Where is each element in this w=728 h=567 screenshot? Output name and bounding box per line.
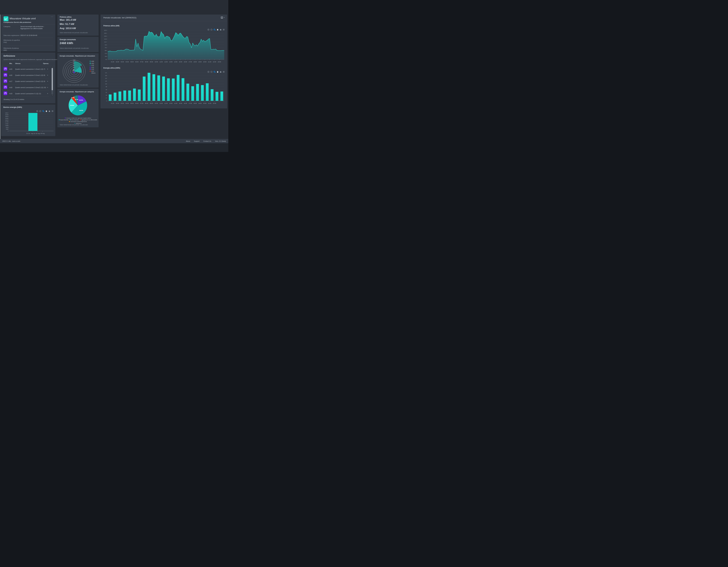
bar[interactable] — [114, 93, 116, 101]
pie-label: 18.3% — [79, 99, 83, 101]
svg-text:06:00: 06:00 — [135, 103, 139, 104]
legend-item[interactable]: m58 — [90, 60, 96, 62]
table-row[interactable]: m16 Quadro servizi Lavorazione 2-Zona1 (… — [3, 72, 49, 78]
meter-id: m19 — [9, 93, 15, 95]
svg-text:4352: 4352 — [6, 129, 8, 130]
svg-text:26110: 26110 — [5, 120, 8, 121]
bar[interactable] — [119, 92, 121, 101]
scroll-up-icon[interactable] — [52, 66, 53, 68]
field-value: Servizi tecnologici alla produzione - Ag… — [20, 25, 53, 32]
scrollbar-thumb[interactable] — [52, 68, 53, 90]
polar-slice[interactable] — [73, 69, 74, 71]
col-header-mis[interactable]: Mis. — [9, 63, 12, 64]
stat-avg: Avg: 103.6 kW — [60, 27, 76, 30]
svg-text:112.7: 112.7 — [104, 41, 107, 43]
bar[interactable] — [182, 78, 184, 101]
svg-text:05:00: 05:00 — [130, 61, 134, 63]
bar[interactable] — [172, 79, 175, 101]
svg-text:16:00: 16:00 — [184, 61, 187, 63]
svg-text:20:00: 20:00 — [203, 103, 206, 104]
col-header-operaz[interactable]: Operaz. — [43, 63, 49, 64]
svg-text:22:00: 22:00 — [213, 103, 216, 104]
divider — [100, 21, 227, 21]
bar[interactable] — [133, 89, 136, 101]
bar[interactable] — [216, 92, 218, 101]
legend-dot — [59, 119, 60, 120]
field-data-inizio: Data inizio registrazioni: 2022-07-10 22… — [3, 33, 53, 38]
bar[interactable] — [148, 73, 150, 101]
meter-id: m16 — [9, 74, 15, 76]
svg-text:21759: 21759 — [5, 121, 9, 123]
svg-text:18:00: 18:00 — [194, 103, 197, 104]
meter-name: Quadro servizi Lavorazione 1-Zona1 (-Q1.… — [15, 68, 46, 70]
bar[interactable] — [177, 75, 180, 101]
svg-text:Aug '22: Aug '22 — [31, 133, 35, 134]
legend-item[interactable]: Acqua industriale — [59, 119, 69, 121]
table-row[interactable]: m18 Quadro servizi Lavorazione 2-Zona2 (… — [3, 84, 49, 91]
svg-text:103: 103 — [105, 83, 107, 85]
legend-label: m36 — [91, 64, 94, 66]
field-value: 2022-07-10 22:00:00+00 — [20, 34, 53, 36]
table-row[interactable]: m17 Quadro servizi Lavorazione 1-Zona2 (… — [3, 78, 49, 84]
meter-operation: + — [46, 80, 49, 82]
svg-text:0: 0 — [8, 130, 9, 132]
col-header-utenza[interactable]: Utenza — [15, 63, 20, 64]
bar[interactable] — [152, 74, 155, 101]
table-row[interactable]: m19 Quadro servizi Lavorazione 3 (-Q1.11… — [3, 91, 49, 97]
meter-card-subtitle: Complessivo Servizi alla produzione — [3, 21, 31, 23]
bar[interactable] — [123, 91, 126, 101]
bar[interactable] — [206, 83, 209, 101]
bar[interactable] — [196, 84, 199, 101]
legend-item[interactable]: m13 — [90, 70, 96, 72]
meter-fields: Categoria: Servizi tecnologici alla prod… — [3, 24, 53, 54]
legend-item[interactable]: m16 — [90, 66, 96, 68]
table-row[interactable]: m15 Quadro servizi Lavorazione 1-Zona1 (… — [3, 66, 49, 72]
table-summary: Showing 1 to 12 of 12 entries — [3, 99, 24, 100]
dashboard: Misuratore Virtuale vm4 ... Complessivo … — [0, 0, 228, 152]
bar[interactable] — [128, 91, 131, 101]
calendar-button[interactable]: ▼ — [221, 16, 225, 19]
storico-bar[interactable] — [28, 113, 37, 131]
bar[interactable] — [109, 95, 112, 101]
scroll-down-icon[interactable] — [52, 94, 53, 96]
meter-operation: + — [46, 86, 49, 89]
legend-item[interactable]: m18 — [90, 68, 96, 70]
svg-text:02:00: 02:00 — [116, 61, 119, 63]
legend-item[interactable]: Consumo a livello di int. generale di qu… — [59, 117, 97, 119]
bar[interactable] — [211, 89, 213, 101]
chevron-down-icon: ▼ — [224, 17, 225, 18]
bar[interactable] — [138, 90, 141, 101]
legend-label: m18 — [91, 68, 94, 70]
legend-label: Others — [91, 72, 96, 74]
legend-item[interactable]: Aria compressa — [70, 119, 79, 121]
bar[interactable] — [162, 77, 165, 101]
footer-link-about[interactable]: About — [186, 140, 190, 142]
legend-item[interactable]: m54 — [90, 62, 96, 64]
bar[interactable] — [220, 92, 223, 101]
legend-dot — [90, 61, 91, 62]
svg-text:07:00: 07:00 — [140, 103, 143, 104]
svg-text:31 Jul: 31 Jul — [26, 133, 30, 134]
svg-text:0: 0 — [106, 100, 107, 102]
legend-item[interactable]: Aggregazione non differenziabile — [80, 119, 97, 121]
gauge-icon — [3, 91, 9, 96]
legend-item[interactable]: Generazione calore/refrigerazione — [69, 121, 87, 122]
bar[interactable] — [143, 77, 146, 101]
svg-text:43517: 43517 — [5, 112, 9, 114]
energy-value: 2468 kWh — [60, 42, 73, 45]
pie-title: Energia consumata - Ripartizione per cat… — [60, 91, 94, 93]
legend-item[interactable]: Others — [90, 72, 96, 74]
bar[interactable] — [191, 86, 194, 101]
bar[interactable] — [201, 85, 204, 101]
table-scrollbar[interactable] — [52, 66, 53, 96]
bar[interactable] — [157, 75, 160, 101]
bar[interactable] — [167, 78, 170, 101]
bars-chart-svg: 1711541371201038668513417001:0002:0003:0… — [102, 71, 225, 106]
bar[interactable] — [187, 84, 189, 101]
footer-link-support[interactable]: Support — [194, 140, 200, 142]
polar-chart-card: Energia consumata - Ripartizione per mis… — [57, 53, 99, 88]
svg-text:19:00: 19:00 — [198, 103, 202, 104]
footer-link-contact[interactable]: Contact Us — [203, 140, 211, 142]
legend-item[interactable]: m36 — [90, 64, 96, 66]
card-menu-button[interactable]: ... — [51, 15, 53, 17]
